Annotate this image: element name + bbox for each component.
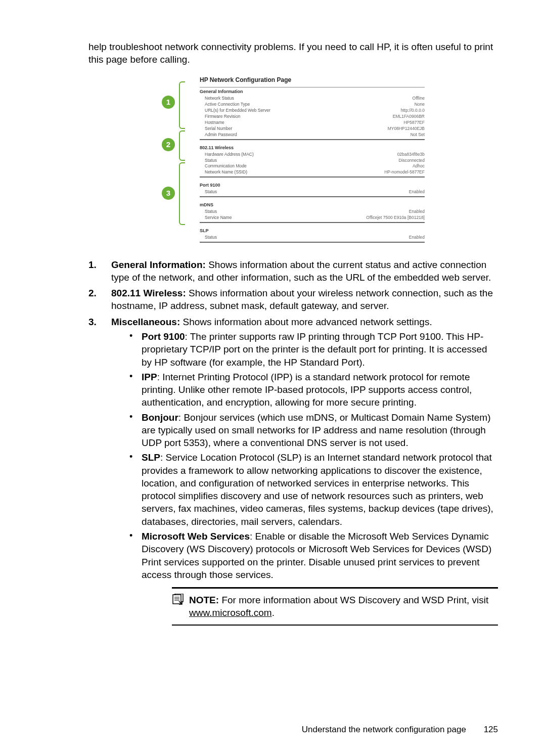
sub-item-mws: Microsoft Web Services: Enable or disabl… <box>129 530 498 626</box>
list-number: 2. <box>88 287 111 313</box>
brace-1 <box>179 81 185 129</box>
fig-row: Admin PasswordNot Set <box>200 132 425 138</box>
list-text: Shows information about more advanced ne… <box>180 317 432 327</box>
brace-2 <box>179 130 185 161</box>
list-number: 1. <box>88 258 111 284</box>
sub-list: Port 9100: The printer supports raw IP p… <box>111 330 498 626</box>
fig-section-port9100: Port 9100 StatusEnabled <box>200 181 425 198</box>
page-footer: Understand the network configuration pag… <box>302 724 498 736</box>
callout-2: 2 <box>162 138 175 151</box>
callout-1: 1 <box>162 96 175 109</box>
list-item-2: 2. 802.11 Wireless: Shows information ab… <box>88 287 498 313</box>
network-config-figure: HP Network Configuration Page 1 2 3 Gene… <box>162 76 425 243</box>
list-label: General Information: <box>111 259 206 270</box>
brace-3 <box>179 162 185 225</box>
footer-text: Understand the network configuration pag… <box>302 725 466 734</box>
fig-row: Network StatusOffline <box>200 96 425 102</box>
note-box: NOTE: For more information about WS Disc… <box>172 587 498 626</box>
fig-row: StatusDisconnected <box>200 158 425 164</box>
page-number: 125 <box>484 725 498 734</box>
fig-row: Hardware Address (MAC)02ba834f8e3b <box>200 152 425 158</box>
fig-row: Serial NumberMY08HP12440EJB <box>200 126 425 132</box>
microsoft-link[interactable]: www.microsoft.com <box>189 607 272 618</box>
list-number: 3. <box>88 316 111 628</box>
fig-row: Active Connection TypeNone <box>200 102 425 108</box>
fig-section-slp: SLP StatusEnabled <box>200 227 425 243</box>
sub-item-bonjour: Bonjour: Bonjour services (which use mDN… <box>129 411 498 450</box>
intro-paragraph: help troubleshoot network connectivity p… <box>88 40 498 66</box>
note-icon <box>172 594 184 605</box>
fig-row: StatusEnabled <box>200 189 425 195</box>
sub-item-ipp: IPP: Internet Printing Protocol (IPP) is… <box>129 371 498 409</box>
fig-row: Firmware RevisionEML1FA0906BR <box>200 114 425 120</box>
document-page: help troubleshoot network connectivity p… <box>0 0 546 756</box>
fig-row: Network Name (SSID)HP-nomodel-5877EF <box>200 169 425 175</box>
list-label: Miscellaneous: <box>111 317 180 327</box>
fig-row: URL(s) for Embedded Web Serverhttp://0.0… <box>200 108 425 114</box>
fig-section-title: 802.11 Wireless <box>200 145 425 151</box>
list-item-1: 1. General Information: Shows informatio… <box>88 258 498 284</box>
note-text: NOTE: For more information about WS Disc… <box>189 594 498 619</box>
fig-section-wireless: 802.11 Wireless Hardware Address (MAC)02… <box>200 144 425 179</box>
fig-section-title: SLP <box>200 228 425 234</box>
fig-row: Service NameOfficejet 7500 E910a [B01218… <box>200 215 425 221</box>
list-item-3: 3. Miscellaneous: Shows information abou… <box>88 316 498 628</box>
callout-3: 3 <box>162 187 175 200</box>
fig-row: StatusEnabled <box>200 209 425 215</box>
fig-section-title: mDNS <box>200 202 425 208</box>
fig-row: StatusEnabled <box>200 235 425 241</box>
fig-section-mdns: mDNS StatusEnabled Service NameOfficejet… <box>200 201 425 224</box>
list-label: 802.11 Wireless: <box>111 288 186 298</box>
fig-row: Communication ModeAdhoc <box>200 163 425 169</box>
figure-title: HP Network Configuration Page <box>200 76 425 84</box>
fig-section-general: General Information Network StatusOfflin… <box>200 87 425 140</box>
callout-list: 1. General Information: Shows informatio… <box>88 258 498 628</box>
sub-item-slp: SLP: Service Location Protocol (SLP) is … <box>129 451 498 528</box>
sub-item-port9100: Port 9100: The printer supports raw IP p… <box>129 330 498 369</box>
figure-panel: General Information Network StatusOfflin… <box>200 87 425 243</box>
fig-section-title: Port 9100 <box>200 183 425 189</box>
fig-row: HostnameHP5877EF <box>200 120 425 126</box>
fig-section-title: General Information <box>200 89 425 95</box>
